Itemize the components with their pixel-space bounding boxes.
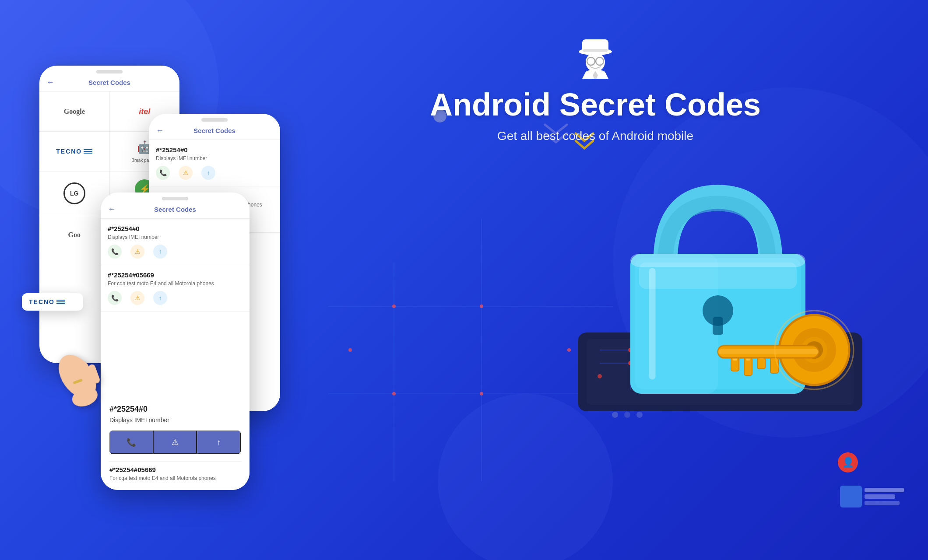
next-code-desc: For cqa test moto E4 and all Motorola ph… [109,475,241,481]
tecno-line-2 [84,151,92,152]
floating-tecno-text: TECNO [29,298,55,305]
detail-code-value: #*25254#0 [109,405,241,414]
screen-title-3: Secret Codes [154,206,196,213]
ui-line-3 [865,501,900,505]
lg-logo: LG [63,182,85,204]
floating-tecno-brand: TECNO [29,298,76,305]
lock-key-illustration [543,122,893,429]
bg-code-actions-2: 📞 ⚠ ↑ [108,291,243,305]
svg-point-71 [636,412,643,418]
lg-text: LG [70,190,78,197]
next-code-value: #*25254#05669 [109,466,241,473]
phone-notch-3 [162,197,188,200]
codes-list-bg: #*25254#0 Displays IMEI number 📞 ⚠ ↑ #*2… [101,219,250,312]
svg-rect-67 [746,359,750,360]
bg-code-value-2: #*25254#05669 [108,271,243,279]
code-desc-1: Displays IMEI number [156,155,273,161]
bg-code-actions-1: 📞 ⚠ ↑ [108,245,243,259]
detail-warn-button[interactable]: ⚠ [154,430,197,454]
avatar-decoration: 👤 [838,452,858,472]
phone-mockup-3: ← Secret Codes #*25254#0 Displays IMEI n… [101,192,250,490]
google-logo-2: Goo [68,231,81,239]
phone-header-3: ← Secret Codes [101,200,250,219]
detail-code-description: Displays IMEI number [109,416,241,424]
bg-code-desc-1: Displays IMEI number [108,234,243,240]
svg-point-7 [392,304,396,308]
spy-icon-container [306,35,884,79]
floating-brand-card[interactable]: TECNO [22,293,83,311]
svg-rect-55 [630,254,805,267]
bg-call-button-2[interactable]: 📞 [108,291,122,305]
bg-warn-button-1[interactable]: ⚠ [130,245,144,259]
bg-share-button-1[interactable]: ↑ [153,245,167,259]
svg-rect-66 [733,359,737,360]
floating-tecno-lines [56,300,65,304]
tecno-lines [84,149,92,154]
call-button-1[interactable]: 📞 [156,166,170,180]
floating-tecno-line-3 [56,303,65,304]
tecno-line-1 [84,149,92,150]
detail-next-section: #*25254#05669 For cqa test moto E4 and a… [109,461,241,490]
back-arrow-2[interactable]: ← [156,126,164,135]
warn-button-1[interactable]: ⚠ [179,166,193,180]
itel-logo: itel [139,107,150,116]
ui-line-2 [865,494,895,499]
ui-lines [865,488,904,505]
svg-rect-65 [770,358,778,373]
main-app-title: Android Secret Codes [306,88,884,122]
svg-point-12 [348,348,352,352]
phone-header-1: ← Secret Codes [39,74,179,92]
svg-point-40 [598,374,602,378]
code-actions-1: 📞 ⚠ ↑ [156,166,273,180]
floating-tecno-line-2 [56,301,65,302]
detail-action-bar: 📞 ⚠ ↑ [109,430,241,454]
bg-code-item-2: #*25254#05669 For cqa test moto E4 and a… [101,265,250,312]
svg-point-9 [392,392,396,396]
brand-cell-google2[interactable]: Goo [39,215,109,255]
brand-cell-lg[interactable]: LG [39,172,109,215]
bg-code-value-1: #*25254#0 [108,225,243,232]
phone-screen-3: ← Secret Codes #*25254#0 Displays IMEI n… [101,200,250,487]
svg-point-69 [612,412,618,418]
phone-header-2: ← Secret Codes [149,122,280,140]
code-item-1[interactable]: #*25254#0 Displays IMEI number 📞 ⚠ ↑ [149,140,280,186]
back-arrow-icon[interactable]: ← [46,78,54,87]
svg-point-8 [480,304,483,308]
phone-notch-2 [201,118,228,122]
google-logo: Google [64,108,85,116]
spy-icon [573,35,617,79]
tecno-brand-display: TECNO [56,148,92,155]
floating-tecno-line-1 [56,300,65,301]
bg-warn-button-2[interactable]: ⚠ [130,291,144,305]
svg-rect-61 [718,349,819,354]
tecno-line-3 [84,153,92,154]
detail-call-button[interactable]: 📞 [109,430,154,454]
bg-call-button-1[interactable]: 📞 [108,245,122,259]
dots-decoration [611,411,646,420]
ui-decoration [840,486,904,508]
app-subtitle: Get all best codes of Android mobile [306,129,884,143]
phone-notch [96,70,123,74]
bg-code-item-1: #*25254#0 Displays IMEI number 📞 ⚠ ↑ [101,219,250,265]
avatar-icon: 👤 [838,452,858,472]
detail-panel: #*25254#0 Displays IMEI number 📞 ⚠ ↑ #*2… [101,396,250,490]
svg-point-70 [624,412,630,418]
phone-mockups-section: ← Secret Codes Google itel TECNO [13,44,311,525]
detail-share-button[interactable]: ↑ [197,430,241,454]
bg-code-desc-2: For cqa test moto E4 and all Motorola ph… [108,280,243,287]
screen-title-2: Secret Codes [193,127,236,134]
svg-rect-64 [757,358,765,369]
svg-rect-53 [713,317,723,335]
ui-blue-block [840,486,862,508]
svg-point-10 [480,392,483,396]
screen-title-1: Secret Codes [88,79,130,86]
ui-line-1 [865,488,904,492]
header-area: Android Secret Codes Get all best codes … [306,35,884,143]
tecno-text: TECNO [56,148,82,155]
bg-share-button-2[interactable]: ↑ [153,291,167,305]
back-arrow-3[interactable]: ← [108,205,116,214]
svg-rect-23 [583,49,608,52]
share-button-1[interactable]: ↑ [201,166,215,180]
brand-cell-google[interactable]: Google [39,92,109,131]
brand-cell-tecno[interactable]: TECNO [39,132,109,171]
